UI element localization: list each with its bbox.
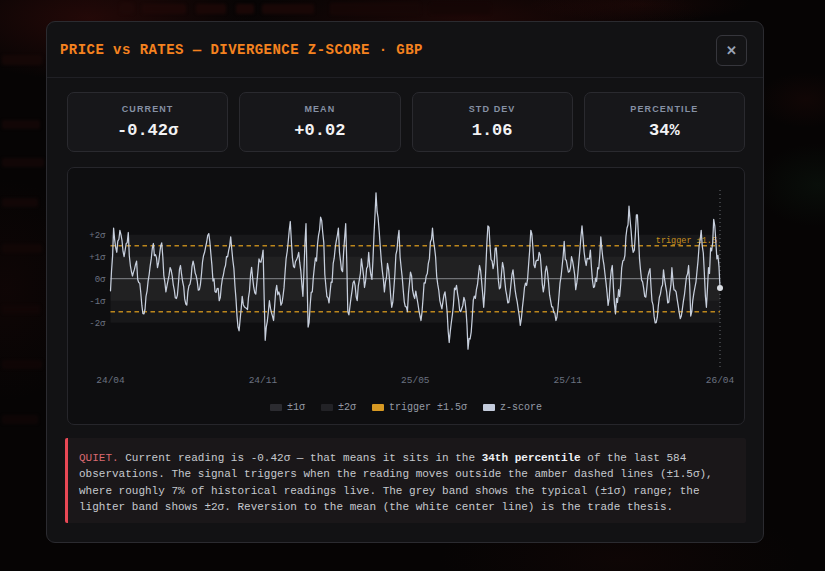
svg-text:-2σ: -2σ xyxy=(89,319,106,329)
svg-text:trigger ±1.5: trigger ±1.5 xyxy=(656,236,717,246)
svg-text:25/11: 25/11 xyxy=(553,375,582,386)
svg-text:24/11: 24/11 xyxy=(249,375,278,386)
svg-text:0σ: 0σ xyxy=(95,275,106,285)
svg-text:24/04: 24/04 xyxy=(96,375,125,386)
svg-text:+1σ: +1σ xyxy=(89,253,106,263)
svg-text:25/05: 25/05 xyxy=(401,375,430,386)
svg-text:26/04: 26/04 xyxy=(706,375,735,386)
svg-text:+2σ: +2σ xyxy=(89,231,106,241)
svg-text:-1σ: -1σ xyxy=(89,297,106,307)
